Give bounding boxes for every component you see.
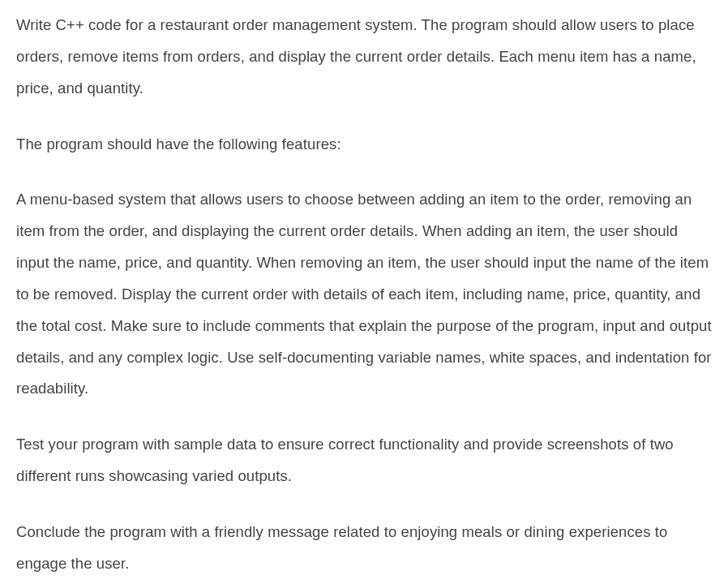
paragraph-features-heading: The program should have the following fe… (16, 129, 712, 161)
paragraph-features-details: A menu-based system that allows users to… (16, 184, 712, 405)
paragraph-conclusion: Conclude the program with a friendly mes… (16, 517, 712, 580)
paragraph-testing: Test your program with sample data to en… (16, 429, 712, 492)
paragraph-intro: Write C++ code for a restaurant order ma… (16, 10, 712, 105)
